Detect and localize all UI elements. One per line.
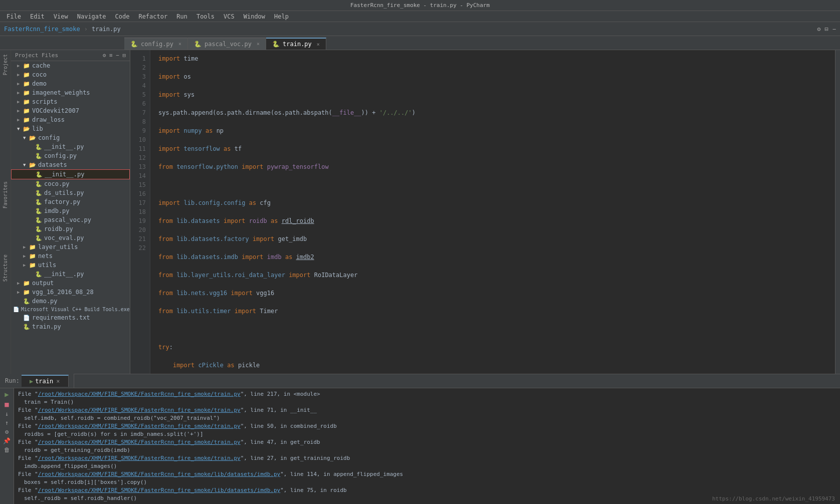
project-settings-icon[interactable]: ⚙ ≡ − ⊟	[103, 52, 126, 59]
run-line-3: File "/root/Workspace/XHM/FIRE_SMOKE/Fas…	[18, 406, 836, 414]
settings-icon[interactable]: ⚙	[817, 26, 820, 33]
tree-item-nets[interactable]: ▶ 📁 nets	[11, 251, 130, 261]
menu-run[interactable]: Run	[172, 12, 191, 21]
structure-label[interactable]: Structure	[2, 253, 9, 284]
tree-item-pascal-voc[interactable]: 🐍 pascal_voc.py	[11, 215, 130, 224]
code-content[interactable]: import time import os import sys sys.pat…	[150, 50, 835, 374]
menu-window[interactable]: Window	[240, 12, 269, 21]
menu-help[interactable]: Help	[270, 12, 293, 21]
tree-label-init-utils: __init__.py	[44, 271, 84, 278]
tab-icon-train: 🐍	[272, 41, 280, 48]
run-line-10: imdb.append_flipped_images()	[18, 462, 836, 470]
run-link-1[interactable]: /root/Workspace/XHM/FIRE_SMOKE/FasterRcn…	[38, 391, 241, 397]
tree-item-init-datasets[interactable]: 🐍 __init__.py	[11, 169, 130, 179]
tree-label-voc-eval: voc_eval.py	[44, 234, 84, 241]
run-link-6[interactable]: /root/Workspace/XHM/FIRE_SMOKE/FasterRcn…	[38, 471, 280, 477]
tree-label-layer-utils: layer_utils	[38, 243, 78, 250]
run-line-2: train = Train()	[18, 398, 836, 406]
editor-content[interactable]: 123456 789101112 131415161718 19202122 i…	[130, 50, 835, 374]
tree-item-layer-utils[interactable]: ▶ 📁 layer_utils	[11, 242, 130, 251]
tree-label-demo: demo	[32, 80, 47, 87]
run-link-7[interactable]: /root/Workspace/XHM/FIRE_SMOKE/FasterRcn…	[38, 487, 280, 493]
run-tab[interactable]: ▶ train ×	[22, 375, 69, 387]
tab-close-pascal[interactable]: ×	[257, 41, 260, 47]
breadcrumb-project[interactable]: FasterRcnn_fire_smoke	[4, 26, 80, 33]
tree-item-imagenet[interactable]: ▶ 📁 imagenet_weights	[11, 88, 130, 97]
tree-item-train-py[interactable]: 🐍 train.py	[11, 322, 130, 331]
run-pin[interactable]: 📌	[3, 437, 11, 444]
tree-item-init-utils[interactable]: 🐍 __init__.py	[11, 270, 130, 279]
tree-item-ds-utils[interactable]: 🐍 ds_utils.py	[11, 188, 130, 197]
tree-item-roidb[interactable]: 🐍 roidb.py	[11, 224, 130, 233]
run-link-3[interactable]: /root/Workspace/XHM/FIRE_SMOKE/FasterRcn…	[38, 423, 241, 429]
menu-view[interactable]: View	[50, 12, 72, 21]
minus-icon[interactable]: −	[832, 26, 836, 33]
tab-pascal-voc-py[interactable]: 🐍 pascal_voc.py ×	[188, 38, 266, 50]
tree-label-pascal-voc: pascal_voc.py	[44, 216, 91, 223]
toolbar: FasterRcnn_fire_smoke › train.py ⚙ ⊟ −	[0, 22, 840, 36]
run-line-8: roidb = get_training_roidb(imdb)	[18, 446, 836, 454]
tree-item-vgg16[interactable]: ▶ 📁 vgg_16_2016_08_28	[11, 288, 130, 297]
tree-item-lib[interactable]: ▼ 📂 lib	[11, 124, 130, 133]
run-label-text: Run:	[5, 377, 20, 384]
tree-item-demo[interactable]: ▶ 📁 demo	[11, 79, 130, 88]
tab-config-py[interactable]: 🐍 config.py ×	[124, 38, 188, 50]
menu-edit[interactable]: Edit	[26, 12, 49, 21]
watermark-text: https://blog.csdn.net/weixin_41959473	[712, 495, 835, 502]
menu-code[interactable]: Code	[111, 12, 134, 21]
tree-item-output[interactable]: ▶ 📁 output	[11, 279, 130, 288]
tree-item-coco-py[interactable]: 🐍 coco.py	[11, 179, 130, 188]
tree-item-init-config[interactable]: 🐍 __init__.py	[11, 142, 130, 151]
tree-item-datasets-folder[interactable]: ▼ 📂 datasets	[11, 160, 130, 169]
tree-label-train-py: train.py	[32, 323, 61, 330]
run-link-2[interactable]: /root/Workspace/XHM/FIRE_SMOKE/FasterRcn…	[38, 407, 241, 413]
tree-item-scripts[interactable]: ▶ 📁 scripts	[11, 97, 130, 106]
tree-item-demo-py[interactable]: 🐍 demo.py	[11, 297, 130, 306]
breadcrumb-file[interactable]: train.py	[92, 26, 121, 33]
tree-item-voc-eval[interactable]: 🐍 voc_eval.py	[11, 233, 130, 242]
tree-item-utils[interactable]: ▶ 📁 utils	[11, 261, 130, 270]
tree-item-ms-cpp[interactable]: 📄 Microsoft Visual C++ Build Tools.exe	[11, 306, 130, 313]
menu-refactor[interactable]: Refactor	[134, 12, 171, 21]
tree-label-nets: nets	[38, 253, 53, 260]
tab-label-config: config.py	[141, 41, 173, 48]
run-line-11: File "/root/Workspace/XHM/FIRE_SMOKE/Fas…	[18, 470, 836, 478]
tree-label-utils: utils	[38, 262, 56, 269]
tree-item-config-py[interactable]: 🐍 config.py	[11, 151, 130, 160]
bottom-panel: Run: ▶ train × ▶ ■ ↓ ↑ ⚙ 📌 🗑 File "/root…	[0, 374, 840, 504]
tree-item-imdb[interactable]: 🐍 imdb.py	[11, 206, 130, 215]
tab-close-train[interactable]: ×	[317, 42, 320, 47]
menu-file[interactable]: File	[3, 12, 25, 21]
tree-item-cache[interactable]: ▶ 📁 cache	[11, 61, 130, 70]
menu-tools[interactable]: Tools	[192, 12, 219, 21]
run-line-1: File "/root/Workspace/XHM/FIRE_SMOKE/Fas…	[18, 390, 836, 398]
tab-train-py[interactable]: 🐍 train.py ×	[266, 38, 326, 50]
run-tab-close[interactable]: ×	[56, 378, 60, 385]
tree-item-requirements[interactable]: 📄 requirements.txt	[11, 313, 130, 322]
tree-item-coco[interactable]: ▶ 📁 coco	[11, 70, 130, 79]
run-line-9: File "/root/Workspace/XHM/FIRE_SMOKE/Fas…	[18, 454, 836, 462]
run-scroll-down[interactable]: ↓	[5, 410, 9, 417]
run-trash[interactable]: 🗑	[4, 446, 10, 453]
title-bar: FasterRcnn_fire_smoke - train.py - PyCha…	[0, 0, 840, 11]
tree-item-config-folder[interactable]: ▼ 📂 config	[11, 133, 130, 142]
menu-navigate[interactable]: Navigate	[73, 12, 110, 21]
editor-area: 123456 789101112 131415161718 19202122 i…	[130, 50, 835, 374]
run-scroll-up[interactable]: ↑	[5, 419, 9, 426]
project-label[interactable]: Project	[2, 52, 9, 77]
run-stop-button[interactable]: ■	[5, 400, 9, 408]
favorites-label[interactable]: Favorites	[2, 179, 9, 210]
run-play-button[interactable]: ▶	[5, 390, 9, 398]
run-wrap[interactable]: ⚙	[5, 428, 9, 435]
tree-item-drawloss[interactable]: ▶ 📁 draw_loss	[11, 115, 130, 124]
tab-close-config[interactable]: ×	[178, 41, 181, 47]
menu-vcs[interactable]: VCS	[220, 12, 239, 21]
tab-label-train: train.py	[283, 41, 312, 48]
run-link-5[interactable]: /root/Workspace/XHM/FIRE_SMOKE/FasterRcn…	[38, 455, 241, 461]
tree-label-vgg16: vgg_16_2016_08_28	[32, 289, 94, 296]
tree-item-vocdevkit[interactable]: ▶ 📁 VOCdevkit2007	[11, 106, 130, 115]
run-link-4[interactable]: /root/Workspace/XHM/FIRE_SMOKE/FasterRcn…	[38, 439, 241, 445]
split-icon[interactable]: ⊟	[825, 26, 828, 33]
tree-item-factory[interactable]: 🐍 factory.py	[11, 197, 130, 206]
run-output[interactable]: File "/root/Workspace/XHM/FIRE_SMOKE/Fas…	[14, 388, 840, 504]
